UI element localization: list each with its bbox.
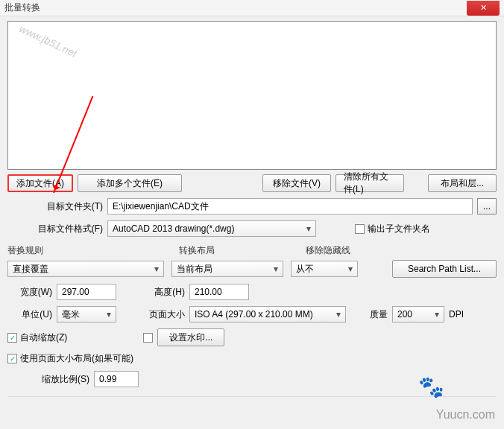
file-buttons-row: 添加文件(A) 添加多个文件(E) 移除文件(V) 清除所有文件(L) 布局和层… (7, 174, 497, 192)
dialog-body: www.jb51.net 添加文件(A) 添加多个文件(E) 移除文件(V) 清… (0, 16, 504, 404)
clear-all-button[interactable]: 清除所有文件(L) (336, 174, 404, 192)
autozoom-row: ✓ 自动缩放(Z) 设置水印... (7, 328, 497, 346)
dialog-title: 批量转换 (4, 1, 40, 14)
use-page-layout-label: 使用页面大小布局(如果可能) (20, 352, 133, 365)
titlebar: 批量转换 ✕ (0, 0, 504, 16)
target-folder-row: 目标文件夹(T) ... (7, 198, 497, 214)
auto-zoom-label: 自动缩放(Z) (20, 331, 67, 344)
footer-brand: Yuucn.com (436, 408, 495, 422)
section-headers: 替换规则 转换布局 移除隐藏线 (7, 244, 497, 257)
target-format-value: AutoCAD 2013 drawing(*.dwg) (113, 223, 234, 234)
unit-label: 单位(U) (7, 308, 52, 321)
browse-folder-button[interactable]: ... (477, 198, 497, 214)
file-list-area[interactable]: www.jb51.net (7, 21, 497, 170)
height-input[interactable] (189, 284, 249, 300)
page-layout-row: ✓ 使用页面大小布局(如果可能) (7, 352, 497, 365)
replace-rule-select[interactable]: 直接覆盖 (7, 261, 164, 277)
remove-hidden-select[interactable]: 从不 (291, 261, 358, 277)
page-size-value: ISO A4 (297.00 x 210.00 MM) (195, 309, 313, 320)
remove-hidden-header: 移除隐藏线 (306, 244, 350, 257)
width-input[interactable] (57, 284, 116, 300)
dpi-suffix: DPI (449, 309, 464, 320)
output-subfolder-checkbox[interactable]: 输出子文件夹名 (355, 223, 430, 235)
replace-rule-value: 直接覆盖 (13, 263, 48, 276)
checkbox-box (355, 224, 365, 234)
checkbox-box-checked: ✓ (7, 333, 17, 343)
search-path-button[interactable]: Search Path List... (392, 260, 497, 278)
unit-page-row: 单位(U) 毫米 页面大小 ISO A4 (297.00 x 210.00 MM… (7, 306, 497, 322)
page-size-label: 页面大小 (140, 308, 185, 321)
convert-layout-select[interactable]: 当前布局 (171, 261, 283, 277)
close-button[interactable]: ✕ (467, 1, 500, 16)
add-file-button[interactable]: 添加文件(A) (7, 174, 73, 192)
target-format-label: 目标文件格式(F) (7, 223, 103, 235)
dimensions-row: 宽度(W) 高度(H) (7, 284, 497, 300)
close-icon: ✕ (480, 3, 487, 13)
quality-label: 质量 (370, 308, 388, 321)
zoom-ratio-label: 缩放比例(S) (7, 373, 89, 386)
replace-rule-header: 替换规则 (7, 244, 164, 257)
pawprint-watermark: 🐾 (418, 375, 444, 399)
height-label: 高度(H) (140, 286, 185, 299)
remove-file-button[interactable]: 移除文件(V) (262, 174, 331, 192)
quality-select[interactable]: 200 (392, 306, 444, 322)
convert-layout-header: 转换布局 (179, 244, 291, 257)
quality-value: 200 (397, 309, 412, 320)
output-subfolder-label: 输出子文件夹名 (368, 223, 430, 235)
checkbox-box-checked2: ✓ (7, 354, 17, 363)
remove-hidden-value: 从不 (296, 263, 314, 276)
use-page-layout-checkbox[interactable]: ✓ 使用页面大小布局(如果可能) (7, 352, 133, 365)
unit-value: 毫米 (62, 308, 80, 321)
options-row: 直接覆盖 当前布局 从不 Search Path List... (7, 260, 497, 278)
target-format-row: 目标文件格式(F) AutoCAD 2013 drawing(*.dwg) 输出… (7, 220, 497, 237)
width-label: 宽度(W) (7, 286, 52, 299)
target-folder-input[interactable] (107, 198, 473, 214)
add-multiple-button[interactable]: 添加多个文件(E) (78, 174, 182, 192)
watermark-text: www.jb51.net (18, 22, 79, 60)
zoom-ratio-input[interactable] (94, 371, 139, 387)
page-size-select[interactable]: ISO A4 (297.00 x 210.00 MM) (189, 306, 346, 322)
set-watermark-button[interactable]: 设置水印... (157, 328, 224, 346)
layout-layers-button[interactable]: 布局和层... (428, 174, 497, 192)
target-format-select[interactable]: AutoCAD 2013 drawing(*.dwg) (107, 220, 316, 237)
unit-select[interactable]: 毫米 (57, 306, 116, 322)
auto-zoom-checkbox[interactable]: ✓ 自动缩放(Z) (7, 331, 67, 344)
watermark-checkbox-box[interactable] (143, 333, 153, 343)
convert-layout-value: 当前布局 (177, 263, 212, 276)
target-folder-label: 目标文件夹(T) (7, 200, 103, 213)
